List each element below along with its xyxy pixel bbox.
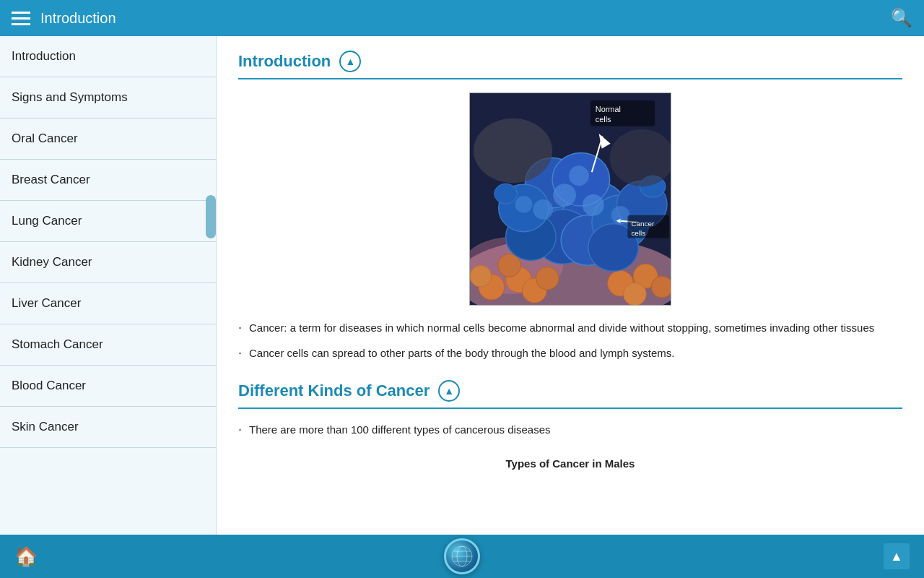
svg-point-29	[569, 165, 589, 186]
sidebar-item-stomach-cancer[interactable]: Stomach Cancer	[0, 324, 216, 366]
svg-text:Normal: Normal	[596, 105, 621, 113]
sidebar-item-signs-symptoms[interactable]: Signs and Symptoms	[0, 77, 216, 118]
image-container: Normal cells Cancer cells	[238, 92, 902, 306]
sidebar-item-skin-cancer[interactable]: Skin Cancer	[0, 407, 216, 448]
bullet-item-2: · Cancer cells can spread to other parts…	[238, 345, 902, 362]
bullet-dot-3: ·	[238, 420, 242, 439]
bullet-dot-1: ·	[238, 319, 242, 337]
svg-point-11	[651, 276, 671, 298]
section2-scroll-up-button[interactable]: ▲	[438, 380, 460, 402]
sidebar-item-kidney-cancer[interactable]: Kidney Cancer	[0, 242, 216, 283]
hamburger-menu-icon[interactable]	[12, 12, 30, 25]
content-area: Introduction ▲	[217, 36, 924, 535]
sidebar-item-breast-cancer[interactable]: Breast Cancer	[0, 160, 216, 201]
scroll-top-bottom-button[interactable]: ▲	[884, 543, 910, 569]
svg-point-33	[474, 118, 552, 183]
globe-button[interactable]	[444, 538, 480, 574]
top-bar: Introduction 🔍	[0, 0, 924, 36]
svg-point-25	[553, 184, 576, 207]
svg-point-32	[494, 184, 518, 204]
sidebar-item-blood-cancer[interactable]: Blood Cancer	[0, 366, 216, 407]
svg-text:cells: cells	[631, 229, 645, 237]
section1-scroll-up-button[interactable]: ▲	[339, 51, 361, 72]
section2-title: Different Kinds of Cancer	[238, 381, 430, 400]
sidebar-item-liver-cancer[interactable]: Liver Cancer	[0, 283, 216, 324]
search-icon[interactable]: 🔍	[891, 8, 912, 28]
section1-header: Introduction ▲	[238, 51, 902, 79]
main-layout: Introduction Signs and Symptoms Oral Can…	[0, 36, 924, 535]
bottom-bar: 🏠 ▲	[0, 535, 924, 578]
svg-point-6	[470, 265, 492, 287]
sidebar: Introduction Signs and Symptoms Oral Can…	[0, 36, 217, 535]
sidebar-scroll-handle[interactable]	[206, 195, 216, 238]
svg-point-30	[515, 196, 533, 213]
home-icon[interactable]: 🏠	[14, 545, 38, 568]
cancer-illustration: Normal cells Cancer cells	[469, 92, 671, 306]
section2-header: Different Kinds of Cancer ▲	[238, 380, 902, 409]
section1-bullets: · Cancer: a term for diseases in which n…	[238, 320, 902, 362]
chart-caption: Types of Cancer in Males	[238, 457, 902, 470]
section1-title: Introduction	[238, 52, 331, 71]
svg-point-26	[533, 199, 553, 220]
svg-point-12	[623, 282, 646, 305]
svg-text:Cancer: Cancer	[631, 220, 655, 228]
sidebar-item-oral-cancer[interactable]: Oral Cancer	[0, 118, 216, 160]
bullet-item-3: · There are more than 100 different type…	[238, 422, 902, 439]
top-bar-left: Introduction	[12, 10, 116, 27]
svg-text:cells: cells	[596, 115, 611, 124]
bullet-item-1: · Cancer: a term for diseases in which n…	[238, 320, 902, 337]
sidebar-item-introduction[interactable]: Introduction	[0, 36, 216, 77]
svg-point-5	[498, 254, 521, 277]
section2-bullets: · There are more than 100 different type…	[238, 422, 902, 439]
svg-point-27	[583, 194, 604, 216]
sidebar-item-lung-cancer[interactable]: Lung Cancer	[0, 201, 216, 242]
bullet-dot-2: ·	[238, 344, 242, 362]
app-title: Introduction	[40, 10, 116, 27]
svg-point-8	[536, 267, 559, 290]
